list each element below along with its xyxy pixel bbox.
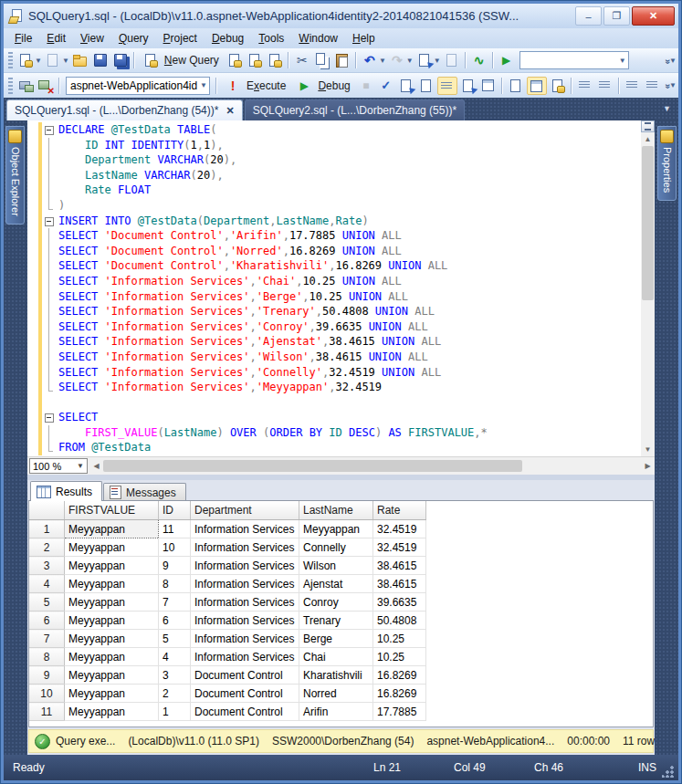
menu-project[interactable]: Project [156,30,205,47]
results-to-file-icon[interactable] [549,77,567,95]
maximize-button[interactable]: ❐ [603,6,630,26]
data-cell[interactable]: Meyyappan [65,557,159,575]
data-cell[interactable]: 6 [159,612,191,630]
data-cell[interactable]: Document Control [191,666,299,685]
intellisense-icon[interactable] [437,77,457,95]
new-mdx-query-icon[interactable] [226,51,244,69]
data-cell[interactable]: 50.4808 [373,612,426,630]
vscroll-thumb[interactable] [642,146,654,300]
code-line[interactable]: SELECT 'Information Services','Chai',10.… [27,274,641,289]
data-cell[interactable]: Information Services [191,612,299,630]
data-cell[interactable]: 32.4519 [373,538,426,557]
data-cell[interactable]: Meyyappan [65,538,159,557]
properties-tab[interactable]: Properties [657,126,677,201]
data-cell[interactable]: 4 [159,648,191,666]
collapse-region-icon[interactable] [42,122,56,138]
code-line[interactable]: SELECT 'Information Services','Berge',10… [27,289,641,305]
collapse-region-icon[interactable] [42,214,56,229]
change-connection-icon[interactable] [37,77,55,95]
tab-list-dropdown-icon[interactable]: ▼ [663,104,671,113]
data-cell[interactable]: 5 [159,630,191,648]
data-cell[interactable]: Ajenstat [299,575,373,593]
data-cell[interactable]: 10.25 [373,648,426,666]
quick-launch-combo[interactable]: ▼ [519,51,629,69]
new-from-template-icon[interactable] [16,51,35,69]
menu-query[interactable]: Query [111,30,156,47]
data-cell[interactable]: 10.25 [373,630,426,648]
data-cell[interactable]: Arifin [299,703,373,721]
code-line[interactable]: SELECT 'Information Services','Trenary',… [27,304,641,319]
scroll-down-icon[interactable]: ▼ [641,443,655,456]
data-cell[interactable]: 9 [159,557,191,575]
data-cell[interactable]: Meyyappan [65,648,159,666]
results-grid[interactable]: FIRSTVALUEIDDepartmentLastNameRate1Meyya… [28,500,654,727]
row-number-cell[interactable]: 8 [29,648,65,666]
scroll-up-icon[interactable]: ▲ [641,132,655,146]
menu-file[interactable]: File [7,30,39,47]
toolbar-grip[interactable] [8,52,13,68]
data-cell[interactable]: 38.4615 [373,575,426,593]
editor-vertical-scrollbar[interactable]: ▲ ▼ [641,120,655,456]
column-header-rate[interactable]: Rate [373,501,426,520]
code-line[interactable] [27,395,641,411]
data-cell[interactable]: Information Services [191,520,299,538]
data-cell[interactable]: Meyyappan [299,520,373,538]
chevron-down-icon[interactable]: ▼ [35,57,42,65]
data-cell[interactable]: 16.8269 [373,666,426,685]
code-line[interactable]: SELECT 'Information Services','Meyyappan… [27,380,641,395]
zoom-combo[interactable]: 100 %▼ [29,458,88,474]
column-header-department[interactable]: Department [191,501,299,520]
menu-window[interactable]: Window [291,30,345,47]
row-number-cell[interactable]: 1 [29,520,65,538]
close-tab-icon[interactable]: ✕ [226,105,234,117]
code-line[interactable]: Rate FLOAT [27,183,641,198]
menu-edit[interactable]: Edit [39,30,73,47]
row-number-cell[interactable]: 3 [29,557,65,575]
data-cell[interactable]: Information Services [191,575,299,593]
connect-icon[interactable] [16,77,35,95]
new-dmx-query-icon[interactable] [246,51,264,69]
data-cell[interactable]: Conroy [299,593,373,612]
results-to-text-icon[interactable] [507,77,525,95]
toolbar-overflow-icon[interactable]: »▼ [666,56,677,66]
save-all-icon[interactable] [111,51,130,69]
query-options-icon[interactable] [417,77,435,95]
document-tab-2[interactable]: SQLQuery2.sql - (L...\DorbenZhang (55))* [245,99,465,120]
code-line[interactable]: Department VARCHAR(20), [27,152,641,168]
data-cell[interactable]: Chai [299,648,373,666]
data-cell[interactable]: Information Services [191,557,299,575]
data-cell[interactable]: 2 [159,685,191,703]
code-line[interactable]: SELECT 'Information Services','Connelly'… [27,365,641,381]
decrease-indent-icon[interactable] [624,77,642,95]
data-cell[interactable]: Document Control [191,703,299,721]
split-editor-handle[interactable] [641,120,655,132]
data-cell[interactable]: Meyyappan [65,520,159,538]
new-xmla-query-icon[interactable] [266,51,284,69]
data-cell[interactable]: Connelly [299,538,373,557]
uncomment-icon[interactable] [596,77,614,95]
code-line[interactable]: SELECT 'Document Control','Arifin',17.78… [27,228,641,244]
data-cell[interactable]: Meyyappan [65,685,159,703]
new-query-button[interactable]: New Query [138,50,225,70]
scroll-left-icon[interactable]: ◀ [89,462,103,470]
data-cell[interactable]: Kharatishvili [299,666,373,685]
code-line[interactable]: LastName VARCHAR(20), [27,168,641,183]
collapse-region-icon[interactable] [42,410,56,425]
data-cell[interactable]: Meyyappan [65,666,159,685]
code-line[interactable]: SELECT 'Information Services','Ajenstat'… [27,334,641,350]
debug-button[interactable]: ▶Debug [291,76,355,96]
code-line[interactable]: SELECT 'Information Services','Wilson',3… [27,350,641,365]
row-number-cell[interactable]: 2 [29,538,65,557]
data-cell[interactable]: Meyyappan [65,703,159,721]
row-number-cell[interactable]: 10 [29,685,65,703]
menu-help[interactable]: Help [345,30,383,47]
menu-view[interactable]: View [73,30,111,47]
data-cell[interactable]: 8 [159,575,191,593]
code-line[interactable]: FIRST_VALUE(LastName) OVER (ORDER BY ID … [27,425,641,441]
code-line[interactable]: SELECT 'Document Control','Kharatishvili… [27,258,641,274]
column-header-firstvalue[interactable]: FIRSTVALUE [65,501,159,520]
data-cell[interactable]: Document Control [191,685,299,703]
data-cell[interactable]: Norred [299,685,373,703]
start-icon[interactable]: ▶ [498,51,516,69]
document-tab-1[interactable]: SQLQuery1.sql - (L...\DorbenZhang (54))*… [6,99,243,120]
